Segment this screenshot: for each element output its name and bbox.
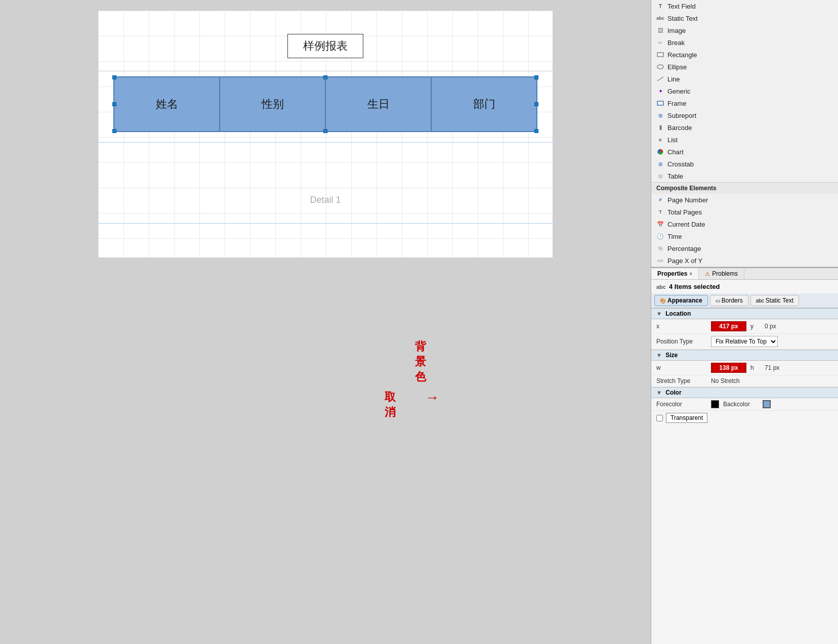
svg-rect-0 [657,53,663,57]
position-type-select[interactable]: Fix Relative To Top [711,336,778,347]
svg-point-1 [657,65,663,69]
location-collapse-icon: ▼ [656,311,662,317]
header-cell-3[interactable]: 部门 [432,77,536,131]
y-value[interactable]: 0 px [765,323,776,330]
subtab-statictext[interactable]: abc Static Text [750,295,799,306]
panel-item-subreport[interactable]: ⊞ Subreport [651,109,838,121]
header-cell-1[interactable]: 性别 [220,77,326,131]
panel-item-rectangle[interactable]: Rectangle [651,49,838,61]
tab-properties[interactable]: Properties × [651,268,699,279]
x-value[interactable]: 417 px [711,321,746,331]
statictext-icon: abc [656,14,664,22]
chart-icon [656,148,664,156]
x-label: x [656,323,707,330]
location-section-header[interactable]: ▼ Location [651,308,838,319]
subtab-appearance[interactable]: 🎨 Appearance [654,295,708,306]
props-tabs: Properties × ⚠ Problems [651,268,838,280]
panel-item-percentage-label: Percentage [667,245,701,252]
tab-properties-close[interactable]: × [689,271,692,277]
panel-item-line[interactable]: Line [651,73,838,85]
panel-item-crosstab-label: Crosstab [667,160,694,168]
textfield-icon: T [656,2,664,10]
panel-item-pagenumber-label: Page Number [667,196,708,204]
color-section-label: Color [665,389,681,396]
panel-item-crosstab[interactable]: ⊞ Crosstab [651,158,838,170]
color-section-header[interactable]: ▼ Color [651,387,838,398]
position-type-label: Position Type [656,338,707,345]
header-cell-3-text: 部门 [473,97,495,112]
header-cell-2[interactable]: 生日 [326,77,432,131]
break-icon: ↵ [656,38,664,47]
report-title[interactable]: 样例报表 [287,34,363,58]
panel-item-textfield-label: Text Field [667,3,696,10]
pagenumber-icon: # [656,196,664,204]
detail-section: Detail 1 [98,142,553,257]
frame-icon [656,99,664,107]
svg-line-2 [657,77,663,81]
transparent-checkbox[interactable] [656,415,663,421]
elements-panel: T Text Field abc Static Text 🖼 Image ↵ B… [651,0,838,183]
panel-item-currentdate[interactable]: 📅 Current Date [651,218,838,230]
panel-item-table-label: Table [667,173,683,180]
w-value[interactable]: 138 px [711,363,746,373]
panel-item-barcode[interactable]: ||| Barcode [651,121,838,134]
panel-item-chart-label: Chart [667,148,684,156]
size-wh-row: w 138 px h 71 px [651,361,838,375]
subtab-statictext-label: Static Text [766,297,793,304]
color-collapse-icon: ▼ [656,390,662,396]
transparent-button[interactable]: Transparent [666,413,707,423]
panel-item-textfield[interactable]: T Text Field [651,0,838,12]
header-cell-0-text: 姓名 [156,97,178,112]
panel-item-pagexofy[interactable]: #/# Page X of Y [651,254,838,267]
arrow-icon: → [425,390,439,406]
panel-item-generic[interactable]: ✦ Generic [651,85,838,97]
header-band[interactable]: 姓名 性别 生日 部门 [113,76,537,132]
forecolor-label: Forecolor [656,401,707,408]
forecolor-swatch[interactable] [711,400,719,408]
header-cell-0[interactable]: 姓名 [114,77,220,131]
panel-item-list[interactable]: ≡ List [651,134,838,146]
panel-item-table[interactable]: ⊟ Table [651,170,838,182]
backcolor-swatch[interactable] [763,400,771,408]
crosstab-icon: ⊞ [656,160,664,168]
panel-item-ellipse[interactable]: Ellipse [651,61,838,73]
h-value[interactable]: 71 px [765,364,779,371]
composite-header: Composite Elements [651,183,838,194]
panel-item-pagenumber[interactable]: # Page Number [651,194,838,206]
stretch-type-label: Stretch Type [656,377,707,384]
panel-item-totalpages[interactable]: T Total Pages [651,206,838,218]
panel-item-chart[interactable]: Chart [651,146,838,158]
panel-item-break[interactable]: ↵ Break [651,36,838,49]
subtab-statictext-icon: abc [756,298,764,304]
right-panel: T Text Field abc Static Text 🖼 Image ↵ B… [651,0,838,644]
line-icon [656,75,664,83]
report-canvas: 样例报表 姓名 性别 生日 部门 [98,10,553,258]
panel-item-ellipse-label: Ellipse [667,63,687,71]
size-collapse-icon: ▼ [656,352,662,358]
position-type-row: Position Type Fix Relative To Top [651,334,838,350]
panel-item-time[interactable]: 🕐 Time [651,230,838,242]
panel-item-statictext[interactable]: abc Static Text [651,12,838,24]
props-sub-tabs: 🎨 Appearance ▭ Borders abc Static Text [651,293,838,308]
color-row: Forecolor Backcolor [651,398,838,411]
panel-item-percentage[interactable]: % Percentage [651,242,838,254]
panel-item-frame[interactable]: Frame [651,97,838,109]
tab-properties-label: Properties [657,270,687,277]
subtab-borders[interactable]: ▭ Borders [710,295,748,306]
composite-header-label: Composite Elements [656,185,717,192]
size-section-header[interactable]: ▼ Size [651,350,838,361]
panel-item-totalpages-label: Total Pages [667,208,702,216]
header-cell-1-text: 性别 [262,97,284,112]
detail-label: Detail 1 [310,195,341,205]
panel-item-statictext-label: Static Text [667,15,698,22]
table-icon: ⊟ [656,172,664,180]
subreport-icon: ⊞ [656,111,664,119]
barcode-icon: ||| [656,123,664,132]
panel-item-currentdate-label: Current Date [667,221,705,228]
header-cell-2-text: 生日 [367,97,390,112]
y-label: y [750,323,761,330]
tab-problems[interactable]: ⚠ Problems [699,268,744,279]
panel-item-image[interactable]: 🖼 Image [651,24,838,36]
size-section-label: Size [665,352,678,359]
main-canvas-area: 样例报表 姓名 性别 生日 部门 [0,0,651,644]
